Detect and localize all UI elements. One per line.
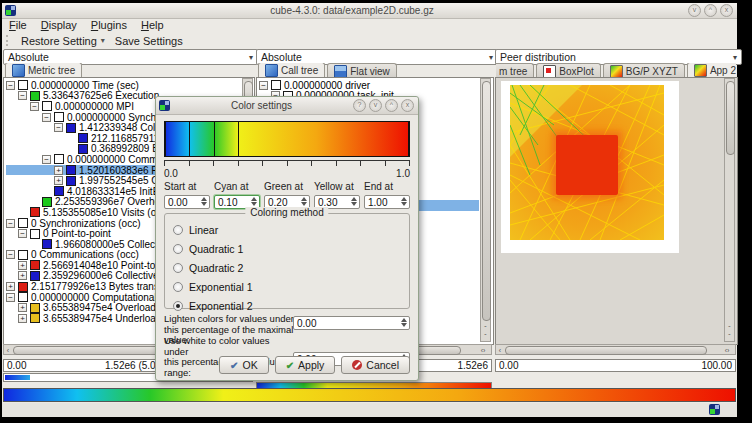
yellow-marker[interactable] — [238, 122, 239, 156]
spin-up-icon[interactable] — [201, 197, 207, 201]
toolbar-handle[interactable] — [6, 35, 12, 46]
metric-color-box — [42, 101, 52, 111]
scroll-right-icon[interactable]: ‹› — [720, 347, 734, 354]
radio-icon[interactable] — [173, 282, 183, 292]
tab-boxplot[interactable]: BoxPlot — [536, 63, 600, 78]
collapse-icon[interactable]: − — [30, 102, 39, 111]
minimize-icon[interactable]: v — [688, 4, 701, 17]
collapse-icon[interactable]: − — [6, 250, 15, 259]
spin-up-icon[interactable] — [401, 197, 407, 201]
scroll-left-icon[interactable]: ‹ — [496, 347, 504, 354]
radio-icon[interactable] — [173, 225, 183, 235]
scroll-up-icon[interactable]: ˆ — [481, 325, 490, 332]
spin-down-icon[interactable] — [401, 202, 407, 206]
start-at-spinbox[interactable]: 0.00 — [164, 195, 210, 209]
tab-app-256x256[interactable]: App 256x256 — [687, 63, 736, 78]
expand-icon[interactable]: + — [54, 166, 63, 175]
tab-metric-tree[interactable]: Metric tree — [5, 63, 82, 78]
scrollbar-thumb[interactable] — [482, 81, 491, 321]
dialog-title-bar[interactable]: Color settings ? v ^ x — [156, 97, 418, 115]
metric-color-box — [18, 282, 28, 292]
system-vscrollbar[interactable]: ˆ ˇ — [724, 78, 735, 342]
cyan-marker[interactable] — [189, 122, 190, 156]
menu-item-plugins[interactable]: Plugins — [84, 18, 134, 33]
spin-down-icon[interactable] — [251, 202, 257, 206]
spin-down-icon[interactable] — [301, 202, 307, 206]
system-hscrollbar[interactable]: ‹ ‹› — [495, 344, 736, 355]
end-at-spinbox[interactable]: 1.00 — [364, 195, 410, 209]
restore-setting-button[interactable]: Restore Setting ▾ — [16, 35, 110, 47]
title-bar[interactable]: cube-4.3.0: data/example2D.cube.gz v ^ x — [2, 3, 737, 19]
scrollbar-thumb[interactable] — [726, 81, 735, 155]
help-icon[interactable]: ? — [353, 99, 366, 112]
save-settings-button[interactable]: Save Settings — [110, 35, 188, 47]
expand-icon[interactable]: + — [54, 176, 63, 185]
tab-flat-view[interactable]: Flat view — [327, 63, 396, 78]
spin-up-icon[interactable] — [251, 197, 257, 201]
radio-icon[interactable] — [173, 244, 183, 254]
scroll-left-icon[interactable]: ‹ — [4, 347, 12, 354]
green-marker[interactable] — [214, 122, 215, 156]
save-settings-label: Save Settings — [115, 35, 183, 47]
spin-up-icon[interactable] — [351, 197, 357, 201]
maximize-icon[interactable]: ^ — [704, 4, 717, 17]
shade-icon[interactable]: v — [369, 99, 382, 112]
menu-item-display[interactable]: Display — [34, 18, 84, 33]
collapse-icon[interactable]: − — [18, 229, 27, 238]
collapse-icon[interactable]: − — [42, 113, 51, 122]
scrollbar-thumb[interactable] — [505, 346, 707, 355]
spin-down-icon[interactable] — [201, 202, 207, 206]
apply-button[interactable]: ✔Apply — [275, 356, 336, 374]
spin-down-icon[interactable] — [351, 202, 357, 206]
method-option-exponential-1[interactable]: Exponential 1 — [165, 277, 409, 296]
tab-m-tree[interactable]: m tree — [496, 63, 534, 78]
tab-bg-p-xyzt[interactable]: BG/P XYZT — [603, 63, 685, 78]
scroll-up-icon[interactable]: ˆ — [725, 325, 734, 332]
scroll-down-icon[interactable]: ˇ — [725, 333, 734, 340]
collapse-icon[interactable]: − — [6, 219, 15, 228]
collapse-icon[interactable]: − — [6, 81, 15, 90]
tree-row-label: 0.000000000 Commu — [67, 154, 163, 165]
method-option-quadratic-1[interactable]: Quadratic 1 — [165, 239, 409, 258]
spin-up-icon[interactable] — [401, 318, 407, 322]
flat-icon — [334, 65, 347, 78]
cube-logo-icon[interactable] — [709, 404, 720, 415]
expand-icon[interactable]: + — [18, 314, 27, 323]
expand-icon[interactable]: + — [18, 261, 27, 270]
maximize-icon[interactable]: ^ — [385, 99, 398, 112]
radio-icon[interactable] — [173, 301, 183, 311]
radio-icon[interactable] — [173, 263, 183, 273]
collapse-icon[interactable]: − — [54, 123, 63, 132]
spin-down-icon[interactable] — [401, 323, 407, 327]
metric-color-box — [54, 112, 64, 122]
collapse-icon[interactable]: − — [18, 91, 27, 100]
tree-row[interactable]: −0.000000000 Time (sec) — [6, 80, 254, 91]
system-min-value: 0.00 — [496, 360, 518, 371]
expand-icon[interactable]: + — [18, 303, 27, 312]
menu-item-file[interactable]: File — [2, 18, 34, 33]
metric-color-box — [42, 239, 52, 249]
tree-row-label: 0 Communications (occ) — [31, 249, 139, 260]
heatmap-image[interactable] — [510, 85, 664, 240]
collapse-icon[interactable]: − — [42, 155, 51, 164]
lighten-spinbox[interactable]: 0.00 — [293, 316, 410, 330]
spin-up-icon[interactable] — [301, 197, 307, 201]
tab-call-tree[interactable]: Call tree — [258, 63, 325, 78]
scroll-right-icon[interactable]: ‹› — [476, 347, 490, 354]
collapse-icon[interactable]: − — [259, 81, 268, 90]
ok-button[interactable]: ✔OK — [219, 356, 269, 374]
expand-icon[interactable]: + — [18, 271, 27, 280]
close-icon[interactable]: x — [720, 4, 733, 17]
collapse-icon[interactable]: − — [6, 293, 15, 302]
tree-row-label: 2.566914048e10 Point-to-p — [43, 260, 164, 271]
scroll-down-icon[interactable]: ˇ — [481, 333, 490, 340]
expand-icon[interactable]: + — [6, 282, 15, 291]
cancel-button[interactable]: Cancel — [341, 356, 410, 374]
call-max-value: 1.52e6 — [457, 360, 491, 371]
method-option-linear[interactable]: Linear — [165, 220, 409, 239]
method-option-quadratic-2[interactable]: Quadratic 2 — [165, 258, 409, 277]
menu-item-help[interactable]: Help — [134, 18, 171, 33]
tree-row[interactable]: −0.000000000 driver — [259, 80, 493, 91]
call-vscrollbar[interactable]: ˆ ˇ — [480, 78, 491, 342]
close-icon[interactable]: x — [401, 99, 414, 112]
